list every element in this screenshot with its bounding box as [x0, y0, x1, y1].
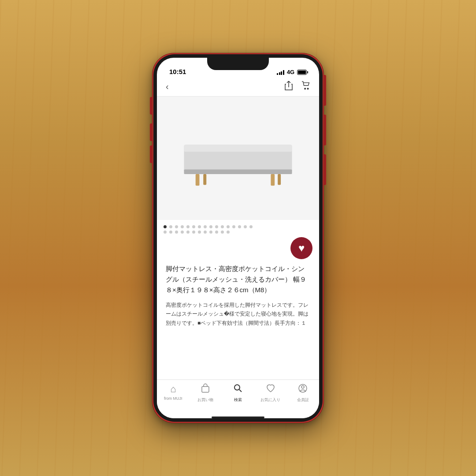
- status-icons: 4G: [277, 69, 307, 75]
- dot: [192, 231, 195, 234]
- home-bar: [212, 416, 264, 418]
- dot: [186, 231, 190, 234]
- dot: [204, 225, 207, 228]
- dot: [209, 231, 212, 234]
- nav-item-favorites[interactable]: お気に入り: [254, 383, 287, 403]
- dot: [181, 231, 184, 234]
- dot: [198, 231, 201, 234]
- svg-point-0: [305, 88, 306, 89]
- svg-point-1: [307, 88, 309, 89]
- content-scroll: ♥ 脚付マットレス・高密度ポケットコイル・シングル（スチールメッシュ・洗えるカバ…: [157, 97, 319, 418]
- nav-label-search: 検索: [234, 397, 242, 403]
- notch: [207, 58, 269, 70]
- dot-active: [164, 225, 167, 228]
- nav-actions: [285, 81, 310, 93]
- network-label: 4G: [287, 69, 294, 75]
- svg-rect-8: [278, 174, 281, 185]
- svg-rect-4: [184, 169, 292, 174]
- phone-device: 10:51 4G: [152, 53, 324, 423]
- heart-area: ♥: [157, 237, 319, 264]
- dots-row-1: [164, 225, 312, 228]
- dot: [244, 225, 247, 228]
- svg-rect-6: [203, 174, 206, 185]
- dot: [175, 231, 178, 234]
- svg-rect-9: [202, 387, 209, 392]
- heart-icon: ♥: [298, 242, 305, 254]
- dot: [215, 225, 218, 228]
- dot: [192, 225, 195, 228]
- svg-rect-3: [184, 145, 292, 152]
- bottom-nav: ⌂ from MUJI お買い物: [157, 379, 319, 416]
- svg-rect-7: [271, 174, 275, 186]
- search-icon: [233, 383, 243, 396]
- dot: [198, 225, 201, 228]
- nav-item-search[interactable]: 検索: [222, 383, 254, 403]
- dot: [204, 231, 207, 234]
- home-icon: ⌂: [170, 383, 176, 395]
- dot: [209, 225, 212, 228]
- nav-label-favorites: お気に入り: [260, 397, 280, 403]
- dot: [186, 225, 190, 228]
- member-icon: [298, 383, 308, 396]
- dots-row-2: [164, 231, 312, 234]
- nav-item-member[interactable]: 会員証: [286, 383, 319, 403]
- status-time: 10:51: [169, 68, 186, 75]
- nav-label-shopping: お買い物: [197, 397, 213, 403]
- nav-item-shopping[interactable]: お買い物: [190, 383, 222, 403]
- battery-icon: [297, 70, 307, 75]
- dot: [169, 231, 172, 234]
- home-indicator: [157, 416, 319, 418]
- image-pagination: [157, 220, 319, 237]
- dot: [227, 231, 230, 234]
- dot: [181, 225, 184, 228]
- dot: [227, 225, 230, 228]
- product-title: 脚付マットレス・高密度ポケットコイル・シングル（スチールメッシュ・洗えるカバー）…: [166, 264, 310, 295]
- bed-image: [157, 114, 319, 202]
- nav-label-member: 会員証: [297, 397, 309, 403]
- dot: [175, 225, 178, 228]
- nav-label-from-muji: from MUJI: [164, 396, 182, 401]
- dot: [215, 231, 218, 234]
- svg-point-12: [301, 386, 304, 388]
- back-button[interactable]: ‹: [166, 82, 179, 92]
- dot: [164, 231, 167, 234]
- bed-illustration: [176, 123, 300, 193]
- nav-item-from-muji[interactable]: ⌂ from MUJI: [157, 383, 190, 401]
- dot: [249, 225, 253, 228]
- svg-rect-5: [196, 174, 200, 186]
- dot: [221, 225, 224, 228]
- screen: 10:51 4G: [157, 58, 319, 418]
- cart-button[interactable]: [301, 81, 310, 92]
- favorites-icon: [266, 383, 275, 396]
- product-description: 高密度ポケットコイルを採用した脚付マットレスです。フレームはスチールメッシュ�様…: [166, 301, 310, 327]
- svg-point-10: [234, 385, 240, 390]
- product-image-area: [157, 97, 319, 220]
- share-button[interactable]: [285, 81, 293, 93]
- product-info: 脚付マットレス・高密度ポケットコイル・シングル（スチールメッシュ・洗えるカバー）…: [157, 264, 319, 332]
- dot: [232, 225, 235, 228]
- favorite-button[interactable]: ♥: [290, 237, 312, 259]
- dot: [169, 225, 172, 228]
- nav-bar: ‹: [157, 77, 319, 97]
- phone-inner: 10:51 4G: [153, 54, 323, 422]
- dot: [221, 231, 224, 234]
- signal-icon: [277, 70, 284, 75]
- bag-icon: [201, 383, 210, 396]
- dot: [238, 225, 241, 228]
